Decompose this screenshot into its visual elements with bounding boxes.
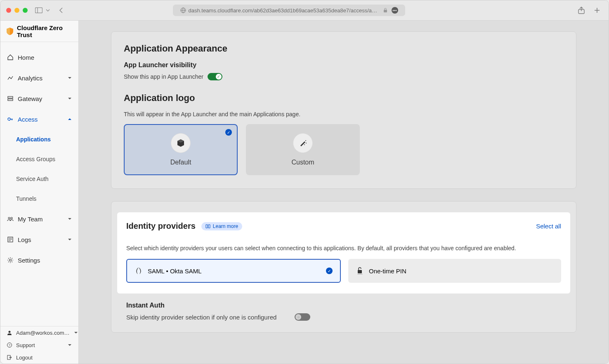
instant-auth-toggle[interactable]: ○ [295,313,310,321]
svg-point-23 [306,143,307,143]
sidebar-item-gateway[interactable]: Gateway [0,88,78,109]
nav-label: Logs [18,236,31,243]
chevron-down-icon [68,238,72,241]
svg-point-9 [8,118,10,120]
globe-icon [180,7,186,13]
lock-icon [383,8,387,13]
logo-default-label: Default [170,159,191,166]
application-appearance-card: Application Appearance App Launcher visi… [111,31,576,189]
fullscreen-window-button[interactable] [23,8,28,13]
svg-point-28 [361,274,362,274]
svg-rect-7 [8,96,13,98]
nav-label: Applications [16,136,51,143]
sidebar-footer: Adam@workos.com… ? Support Logout [0,326,78,364]
window-controls [6,8,28,13]
user-email: Adam@workos.com… [16,330,70,336]
check-icon: ✓ [225,129,232,136]
chevron-down-icon [68,97,72,100]
sidebar-item-access[interactable]: Access [0,109,78,129]
svg-point-17 [9,331,11,333]
nav-label: Access [18,116,38,123]
launcher-visibility-toggle[interactable]: ✓ [208,73,222,80]
chevron-down-icon[interactable] [46,9,50,12]
instant-auth-section: Instant Auth Skip identity provider sele… [111,294,576,321]
instant-auth-title: Instant Auth [126,302,561,309]
user-account-menu[interactable]: Adam@workos.com… [0,326,78,339]
back-button[interactable] [59,7,63,14]
nav-label: Home [18,54,34,61]
sidebar-item-tunnels[interactable]: Tunnels [0,189,78,209]
logout-icon [7,355,12,360]
logs-icon [7,236,14,243]
nav-label: Analytics [18,75,42,82]
url-bar[interactable]: dash.teams.cloudflare.com/ab62d3ae63dd1b… [173,5,405,16]
idp-saml-label: SAML • Okta SAML [148,268,202,275]
identity-providers-card: Identity providers Learn more Select all… [111,201,576,333]
site-settings-icon[interactable]: ••• [392,7,398,14]
instant-auth-desc: Skip identity provider selection if only… [126,314,276,321]
sidebar-item-settings[interactable]: Settings [0,250,78,270]
sidebar-item-home[interactable]: Home [0,47,78,68]
share-icon[interactable] [578,7,585,14]
svg-rect-0 [35,8,42,13]
svg-point-26 [359,274,359,274]
logo-option-default[interactable]: ✓ Default [124,124,238,175]
svg-text:?: ? [9,343,11,347]
help-icon: ? [7,343,12,348]
idp-title: Identity providers [126,221,196,231]
cloudflare-shield-icon [6,27,14,35]
learn-more-badge[interactable]: Learn more [201,222,242,230]
idp-option-saml[interactable]: SAML • Okta SAML ✓ [126,259,341,283]
chevron-down-icon [74,331,78,334]
application-logo-desc: This will appear in the App Launcher and… [124,111,564,117]
sidebar-item-service-auth[interactable]: Service Auth [0,169,78,189]
logout-button[interactable]: Logout [0,351,78,364]
sidebar-item-my-team[interactable]: My Team [0,209,78,229]
sidebar-item-applications[interactable]: Applications [0,129,78,149]
svg-point-21 [305,140,306,141]
sidebar-item-analytics[interactable]: Analytics [0,68,78,88]
minimize-window-button[interactable] [14,8,19,13]
url-text: dash.teams.cloudflare.com/ab62d3ae63dd1b… [189,7,378,14]
sidebar-nav: Home Analytics Gateway Access Applicatio… [0,42,78,326]
appearance-title: Application Appearance [124,43,564,54]
svg-point-11 [11,217,12,219]
svg-point-10 [8,217,10,219]
logo-option-custom[interactable]: Custom [246,124,360,175]
support-menu[interactable]: ? Support [0,339,78,351]
cube-icon [171,133,191,153]
learn-more-label: Learn more [213,223,238,229]
brand-header[interactable]: Cloudflare Zero Trust [0,21,78,42]
sidebar-layout-icon[interactable] [35,7,42,13]
svg-rect-24 [358,270,362,273]
nav-label: Gateway [18,95,42,102]
sidebar-item-access-groups[interactable]: Access Groups [0,149,78,169]
svg-point-22 [304,144,305,145]
nav-label: Tunnels [16,195,36,202]
nav-label: Settings [18,257,40,264]
application-logo-heading: Application logo [124,93,564,103]
sidebar-item-logs[interactable]: Logs [0,229,78,250]
select-all-link[interactable]: Select all [536,223,561,230]
gear-icon [7,257,14,263]
svg-rect-8 [8,99,13,101]
close-window-button[interactable] [6,8,11,13]
pin-icon [356,267,364,275]
svg-point-16 [9,259,12,261]
sidebar: Cloudflare Zero Trust Home Analytics Gat… [0,21,79,364]
saml-icon [135,267,143,275]
check-icon: ✓ [326,268,333,274]
toggle-knob: ○ [295,314,301,320]
chevron-down-icon [68,344,72,346]
svg-point-27 [360,274,361,274]
analytics-icon [7,75,14,81]
browser-titlebar: dash.teams.cloudflare.com/ab62d3ae63dd1b… [0,0,609,21]
gateway-icon [7,95,14,102]
launcher-visibility-heading: App Launcher visibility [124,61,564,69]
home-icon [7,54,14,61]
nav-label: Service Auth [16,176,49,182]
new-tab-button[interactable] [594,7,600,14]
idp-pin-label: One-time PIN [369,268,406,275]
chevron-down-icon [68,218,72,220]
idp-option-pin[interactable]: One-time PIN [348,259,561,283]
